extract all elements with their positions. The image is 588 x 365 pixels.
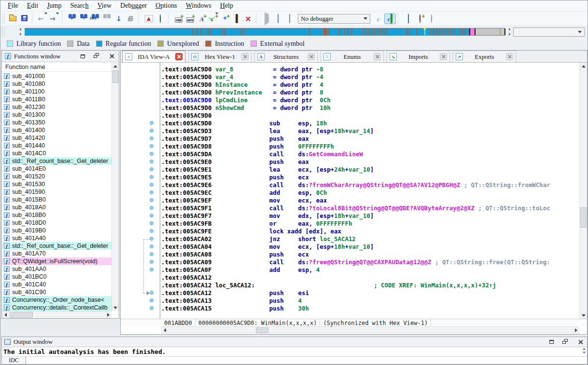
function-list-item[interactable]: fConcurrency::_Order_node_base< [2,296,112,304]
disassembly-line[interactable]: .text:005AC9E6 call ds:?fromWCharArray@Q… [161,181,579,189]
functions-window-titlebar[interactable]: f Functions window [2,51,119,62]
make-function-button[interactable]: *+ [219,14,231,24]
disassembly-line[interactable]: .text:005AC9D0 [161,112,579,120]
menu-view[interactable]: View [93,1,116,10]
tab-close-icon[interactable] [506,53,513,60]
tab-close-icon[interactable] [241,53,249,60]
debugger-select[interactable]: No debugger [298,14,370,24]
disassembly-line[interactable]: .text:005ACA04 mov ecx, [esp+18h+var_10] [161,243,579,251]
open-button[interactable] [7,14,18,24]
start-process-button[interactable] [261,14,272,24]
disassembly-line[interactable]: .text:005AC9EF mov ecx, eax [161,197,579,204]
scroll-left-icon[interactable] [2,311,9,318]
tab-close-icon[interactable] [440,53,447,60]
tab-imports[interactable]: ↘Imports [387,51,450,62]
function-list-item[interactable]: fsub_401AA0 [2,265,112,273]
function-list-item[interactable]: fsub_401230 [2,103,112,111]
pause-process-button[interactable] [272,14,284,24]
function-list-item[interactable]: fsub_401420 [2,134,112,142]
tab-structures[interactable]: AStructures [254,51,318,62]
disassembly-line[interactable]: .text:005AC9D0 lpCmdLine = dword ptr 0Ch [161,96,579,104]
disassembly-line[interactable]: .text:005AC9FB or eax, 0FFFFFFFFh [161,220,579,228]
float-button[interactable] [561,338,570,346]
disassembly-code[interactable]: .text:005AC9D0 var_8 = dword ptr -8.text… [121,63,579,319]
function-list-item[interactable]: fstd::_Ref_count_base::_Get_deleter [2,242,112,250]
function-list-item[interactable]: fsub_4018D0 [2,219,112,227]
disassembly-line[interactable]: .text:005AC9D0 nShowCmd = dword ptr 10h [161,104,579,112]
close-button[interactable] [107,53,116,60]
disassembly-view[interactable]: .text:005AC9D0 var_8 = dword ptr -8.text… [121,63,587,319]
scroll-up-icon[interactable] [112,63,119,69]
disassembly-vertical-scrollbar[interactable] [579,63,587,319]
function-list-item[interactable]: fsub_401C40 [2,281,112,288]
function-list-item[interactable]: fsub_401BC0 [2,273,112,281]
disassembly-line[interactable]: .text:005ACA08 push ecx [161,251,579,258]
problems-button[interactable] [143,14,154,24]
toggle-source-button[interactable]: c [373,14,384,24]
search-text-button[interactable]: T [78,14,90,24]
scroll-thumb[interactable] [10,312,33,318]
disassembly-line[interactable]: .text:005AC9D0 var_4 = dword ptr -4 [161,73,579,81]
function-list-item[interactable]: fsub_401A40 [2,234,112,242]
save-button[interactable] [18,14,30,24]
debugger-windows-button[interactable] [403,14,414,24]
function-list-item[interactable]: fsub_401300 [2,111,112,119]
scroll-down-icon[interactable] [580,312,587,319]
output-message-area[interactable]: The initial autoanalysis has been finish… [2,347,587,357]
function-list-item[interactable]: fsub_401080 [2,80,112,88]
add-breakpoint-button[interactable]: + [414,14,426,24]
output-window-titlebar[interactable]: Output window [2,337,587,347]
disassembly-line[interactable]: .text:005ACA12 [161,274,579,282]
menu-windows[interactable]: Windows [182,1,216,10]
function-list-item[interactable]: fsub_4018A0 [2,203,112,211]
maximize-button[interactable] [78,53,87,60]
disassembly-line[interactable]: .text:005AC9EC add esp, 0Ch [161,189,579,197]
navband-scroll-left[interactable] [18,28,23,36]
scroll-down-icon[interactable] [112,304,119,311]
menu-options[interactable]: Options [151,1,181,10]
disassembly-line[interactable]: .text:005AC9DA call ds:GetCommandLineW [161,150,579,158]
function-name-column-header[interactable]: Function name [2,62,119,72]
function-list-item[interactable]: fsub_4014C0 [2,149,112,157]
disassembly-line[interactable]: .text:005AC9F7 mov edx, [esp+18h+var_10] [161,212,579,220]
scroll-left-icon[interactable] [161,327,168,334]
tab-ida-view-a[interactable]: ≡IDA View-A [122,51,185,62]
scroll-thumb[interactable] [112,70,118,83]
menu-search[interactable]: Search [66,1,93,10]
menu-file[interactable]: File [3,1,23,10]
tab-exports[interactable]: ↗Exports [453,51,516,62]
disassembly-line[interactable]: .text:005ACA12 push esi [161,289,579,297]
run-analysis-button[interactable] [154,14,166,24]
search-next-button[interactable] [101,14,113,24]
disassembly-line[interactable]: .text:005AC9E1 lea ecx, [esp+24h+var_10] [161,166,579,174]
function-list-item[interactable]: fsub_4015B0 [2,196,112,203]
function-list-item[interactable]: fsub_401520 [2,173,112,180]
menu-jump[interactable]: Jump [42,1,66,10]
function-list-item[interactable]: fsub_401440 [2,142,112,149]
make-name-button[interactable]: A+ [196,14,208,24]
output-scrollbar[interactable] [582,348,586,354]
disassembly-line[interactable]: .text:005AC9E0 push eax [161,158,579,166]
disassembly-line[interactable]: .text:005AC9FE lock xadd [edx], eax [161,228,579,235]
function-list-item[interactable]: fsub_4011B0 [2,95,112,103]
undefine-button[interactable]: × [242,14,254,24]
function-list-item[interactable]: fsub_401530 [2,180,112,188]
functions-vertical-scrollbar[interactable] [112,63,119,311]
disassembly-line[interactable]: .text:005ACA09 call ds:?free@QString@QT@… [161,258,579,266]
search-number-button[interactable]: # [67,14,78,24]
function-list-item[interactable]: fsub_401A70 [2,250,112,257]
scroll-thumb[interactable] [580,207,587,228]
disassembly-line[interactable]: .text:005AC9E5 push ecx [161,174,579,181]
forward-button[interactable]: → [48,14,60,24]
tab-close-icon[interactable] [175,53,182,60]
navband-scroll-right[interactable] [507,28,512,36]
disassembly-line[interactable]: .text:005ACA13 push 4 [161,297,579,305]
function-list-item[interactable]: fsub_401590 [2,188,112,196]
edit-function-button[interactable] [231,14,242,24]
toolbar-grip[interactable] [2,14,5,24]
interpreter-select-button[interactable]: IDC [2,357,26,364]
disassembly-line[interactable]: .text:005AC9D0 sub esp, 18h [161,120,579,127]
disassembly-line[interactable]: .text:005AC9D3 lea eax, [esp+18h+var_14] [161,127,579,135]
delete-breakpoint-button[interactable] [426,14,437,24]
navigation-band[interactable] [25,28,505,36]
